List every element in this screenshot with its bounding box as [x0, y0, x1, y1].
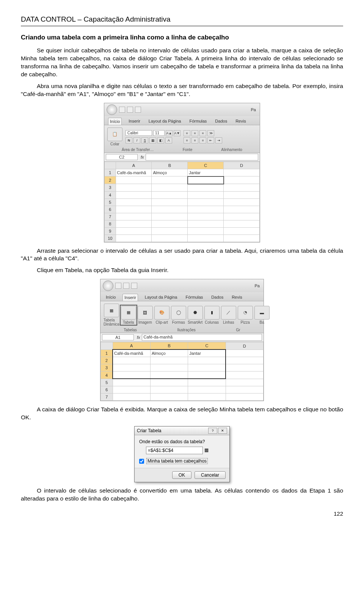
qat-redo-icon[interactable]: [135, 107, 141, 113]
align-left-icon[interactable]: ≡: [184, 137, 190, 143]
cell[interactable]: [150, 371, 188, 379]
align-right-icon[interactable]: ≡: [199, 137, 206, 143]
cell-d1[interactable]: [224, 169, 260, 176]
row-header[interactable]: 4: [105, 191, 116, 198]
clipart-button[interactable]: 🎨: [154, 306, 169, 320]
help-button[interactable]: ?: [208, 428, 217, 434]
qat-save-icon[interactable]: [119, 107, 125, 113]
row-header[interactable]: 2: [101, 357, 113, 364]
range-picker-icon[interactable]: ▦: [204, 447, 211, 453]
wrap-icon[interactable]: ≫: [207, 130, 214, 136]
tab-inserir[interactable]: Inserir: [122, 294, 138, 301]
cell[interactable]: [113, 386, 150, 394]
cell[interactable]: [116, 191, 152, 198]
cell[interactable]: [113, 379, 150, 386]
cell[interactable]: [116, 213, 152, 220]
align-mid-icon[interactable]: ≡: [191, 130, 198, 136]
cell[interactable]: [224, 198, 260, 206]
font-size-field[interactable]: 11: [153, 130, 165, 136]
select-all-corner[interactable]: [101, 342, 113, 350]
spreadsheet-grid[interactable]: A B C D 1 Café-da-manhã Almoço Jantar 2 …: [100, 342, 264, 401]
cell[interactable]: [116, 206, 152, 213]
cell[interactable]: [150, 379, 188, 386]
cell[interactable]: [224, 220, 260, 227]
tab-dados[interactable]: Dados: [210, 294, 225, 301]
range-input[interactable]: =$A$1:$C$4: [146, 447, 203, 454]
cell[interactable]: [224, 176, 260, 184]
cell[interactable]: [188, 184, 224, 192]
row-header[interactable]: 6: [101, 386, 113, 394]
col-header-c[interactable]: C: [188, 342, 226, 350]
cell[interactable]: [152, 191, 188, 198]
cell[interactable]: [152, 213, 188, 220]
cell-c1[interactable]: Jantar: [188, 349, 226, 357]
pivot-table-button[interactable]: ▦: [104, 304, 119, 317]
tab-inicio[interactable]: Início: [104, 294, 117, 301]
cell[interactable]: [226, 364, 263, 371]
cell[interactable]: [113, 371, 150, 379]
cell[interactable]: [116, 235, 152, 242]
font-name-field[interactable]: Calibri: [126, 130, 152, 136]
row-header[interactable]: 2: [105, 176, 116, 184]
cell[interactable]: [224, 235, 260, 242]
cell[interactable]: [150, 357, 188, 364]
tab-formulas[interactable]: Fórmulas: [188, 118, 209, 125]
cell[interactable]: [152, 198, 188, 206]
cell[interactable]: [116, 227, 152, 235]
cell[interactable]: [224, 206, 260, 213]
col-header-d[interactable]: D: [224, 162, 260, 169]
qat-undo-icon[interactable]: [127, 107, 133, 113]
underline-button[interactable]: S: [141, 137, 148, 143]
cell[interactable]: [113, 357, 150, 364]
cell[interactable]: [116, 220, 152, 227]
cell[interactable]: [188, 386, 226, 394]
align-center-icon[interactable]: ≡: [191, 137, 198, 143]
cell[interactable]: [116, 184, 152, 192]
col-header-b[interactable]: B: [152, 162, 188, 169]
cell[interactable]: [226, 371, 263, 379]
col-header-b[interactable]: B: [150, 342, 188, 350]
row-header[interactable]: 1: [101, 349, 113, 357]
row-header[interactable]: 3: [105, 184, 116, 192]
line-chart-button[interactable]: ／: [221, 306, 236, 320]
tab-revisao[interactable]: Revis: [234, 118, 248, 125]
cell[interactable]: [152, 184, 188, 192]
formula-bar[interactable]: Café-da-manhã: [142, 334, 262, 341]
grow-font-icon[interactable]: A▲: [166, 130, 173, 136]
headers-checkbox[interactable]: [139, 459, 144, 464]
close-icon[interactable]: ✕: [218, 428, 227, 434]
cell[interactable]: [226, 379, 263, 386]
cell[interactable]: [188, 191, 224, 198]
cell[interactable]: [188, 220, 224, 227]
tab-layout[interactable]: Layout da Página: [143, 294, 179, 301]
indent-inc-icon[interactable]: ⇥: [215, 137, 222, 143]
cell[interactable]: [188, 198, 224, 206]
cell[interactable]: [188, 357, 226, 364]
align-bot-icon[interactable]: ≡: [199, 130, 206, 136]
row-header[interactable]: 1: [105, 169, 116, 176]
fx-icon[interactable]: fx: [139, 155, 146, 159]
align-top-icon[interactable]: ≡: [184, 130, 190, 136]
fx-icon[interactable]: fx: [135, 335, 142, 340]
row-header[interactable]: 5: [101, 379, 113, 386]
col-header-a[interactable]: A: [113, 342, 150, 350]
font-color-icon[interactable]: A: [165, 137, 172, 143]
cell[interactable]: [226, 357, 263, 364]
row-header[interactable]: 10: [105, 235, 116, 242]
table-button[interactable]: ▦: [121, 306, 136, 320]
row-header[interactable]: 3: [101, 364, 113, 371]
headers-checkbox-row[interactable]: Minha tabela tem cabeçalhos: [139, 458, 225, 464]
bar-chart-button[interactable]: ▬: [254, 306, 270, 320]
cell[interactable]: [113, 364, 150, 371]
cell[interactable]: [188, 206, 224, 213]
indent-dec-icon[interactable]: ⇤: [207, 137, 214, 143]
row-header[interactable]: 5: [105, 198, 116, 206]
name-box[interactable]: A1: [102, 334, 134, 340]
cell[interactable]: [188, 235, 224, 242]
cell[interactable]: [152, 206, 188, 213]
row-header[interactable]: 4: [101, 371, 113, 379]
formula-bar[interactable]: [146, 154, 258, 161]
cell-b1[interactable]: Almoço: [150, 349, 188, 357]
cell[interactable]: [150, 394, 188, 401]
cell-c1[interactable]: Jantar: [188, 169, 224, 176]
